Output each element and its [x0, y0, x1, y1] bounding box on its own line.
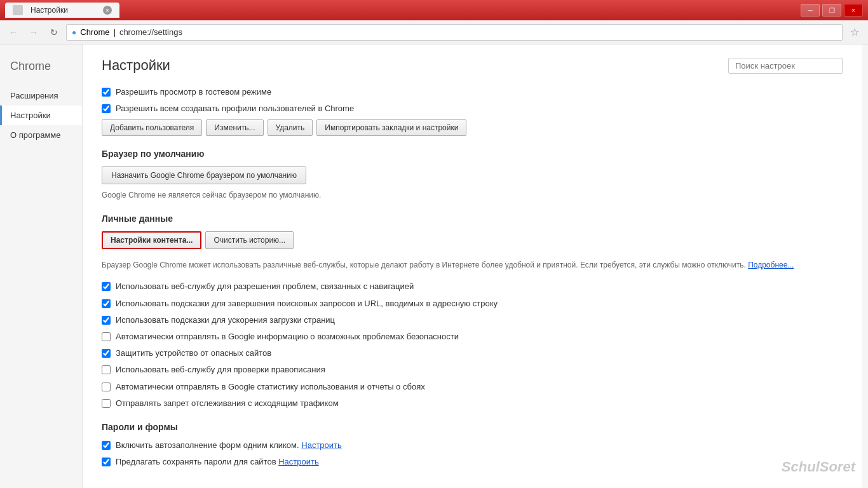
- personal-data-section: Личные данные Настройки контента... Очис…: [102, 214, 843, 409]
- page-preload-row: Использовать подсказки для ускорения заг…: [102, 315, 843, 326]
- set-default-button[interactable]: Назначить Google Chrome браузером по умо…: [102, 166, 306, 184]
- browser-content: Chrome Расширения Настройки О программе …: [0, 44, 868, 488]
- passwords-section: Пароли и формы Включить автозаполнение ф…: [102, 422, 843, 468]
- safe-browsing-checkbox[interactable]: [102, 349, 111, 358]
- personal-data-info: Браузер Google Chrome может использовать…: [102, 259, 843, 271]
- save-passwords-label: Предлагать сохранять пароли для сайтов Н…: [116, 456, 319, 468]
- personal-data-buttons: Настройки контента... Очистить историю..…: [102, 231, 843, 249]
- maximize-button[interactable]: ❐: [822, 4, 841, 17]
- active-tab[interactable]: Настройки ×: [5, 3, 119, 18]
- omnibox-url: chrome://settings: [119, 27, 182, 37]
- autofill-row: Включить автозаполнение форм одним клико…: [102, 440, 843, 451]
- security-report-checkbox[interactable]: [102, 332, 111, 341]
- minimize-button[interactable]: ─: [801, 4, 820, 17]
- save-passwords-checkbox[interactable]: [102, 458, 111, 466]
- users-section: Разрешить просмотр в гостевом режиме Раз…: [102, 86, 843, 136]
- spell-check-row: Использовать веб-службу для проверки пра…: [102, 364, 843, 376]
- import-bookmarks-button[interactable]: Импортировать закладки и настройки: [316, 119, 466, 136]
- omnibox-separator: |: [114, 27, 116, 37]
- bookmark-button[interactable]: ☆: [846, 24, 863, 41]
- secure-icon: ●: [72, 28, 76, 37]
- profiles-row: Разрешить всем создавать профили пользов…: [102, 103, 843, 114]
- sidebar-item-extensions[interactable]: Расширения: [0, 86, 82, 105]
- security-report-label: Автоматически отправлять в Google информ…: [116, 331, 459, 342]
- page-preload-checkbox[interactable]: [102, 316, 111, 325]
- usage-stats-checkbox[interactable]: [102, 383, 111, 391]
- personal-data-title: Личные данные: [102, 214, 843, 224]
- default-browser-info: Google Chrome не является сейчас браузер…: [102, 189, 843, 201]
- settings-search[interactable]: [728, 58, 843, 74]
- omnibox-brand: Chrome: [80, 27, 109, 37]
- delete-user-button[interactable]: Удалить: [268, 119, 313, 136]
- back-button[interactable]: ←: [5, 24, 22, 41]
- autofill-settings-link[interactable]: Настроить: [301, 440, 342, 450]
- autofill-label: Включить автозаполнение форм одним клико…: [116, 440, 342, 451]
- edit-user-button[interactable]: Изменить...: [206, 119, 263, 136]
- tab-title: Настройки: [31, 6, 68, 15]
- guest-mode-row: Разрешить просмотр в гостевом режиме: [102, 86, 843, 98]
- user-buttons: Добавить пользователя Изменить... Удалит…: [102, 119, 843, 136]
- spell-check-label: Использовать веб-службу для проверки пра…: [116, 364, 325, 376]
- default-browser-title: Браузер по умолчанию: [102, 149, 843, 159]
- profiles-label: Разрешить всем создавать профили пользов…: [116, 103, 354, 114]
- search-hints-checkbox[interactable]: [102, 299, 111, 308]
- omnibox[interactable]: ● Chrome | chrome://settings: [66, 24, 843, 41]
- page-header: Настройки: [102, 57, 843, 74]
- content-settings-button[interactable]: Настройки контента...: [102, 231, 201, 249]
- main-content: Настройки Разрешить просмотр в гостевом …: [83, 44, 862, 488]
- window-controls: ─ ❐ ×: [801, 4, 863, 17]
- do-not-track-checkbox[interactable]: [102, 399, 111, 408]
- addressbar: ← → ↻ ● Chrome | chrome://settings ☆: [0, 20, 868, 44]
- add-user-button[interactable]: Добавить пользователя: [102, 119, 202, 136]
- tab-favicon: [13, 5, 23, 15]
- clear-history-button[interactable]: Очистить историю...: [205, 231, 294, 249]
- reload-button[interactable]: ↻: [46, 24, 62, 41]
- nav-service-row: Использовать веб-службу для разрешения п…: [102, 281, 843, 292]
- autofill-checkbox[interactable]: [102, 441, 111, 450]
- search-hints-row: Использовать подсказки для завершения по…: [102, 298, 843, 309]
- usage-stats-row: Автоматически отправлять в Google статис…: [102, 381, 843, 393]
- spell-check-checkbox[interactable]: [102, 365, 111, 374]
- sidebar-item-settings[interactable]: Настройки: [0, 105, 82, 125]
- nav-service-checkbox[interactable]: [102, 282, 111, 291]
- page-preload-label: Использовать подсказки для ускорения заг…: [116, 315, 335, 326]
- close-button[interactable]: ×: [844, 4, 863, 17]
- security-report-row: Автоматически отправлять в Google информ…: [102, 331, 843, 342]
- nav-service-label: Использовать веб-службу для разрешения п…: [116, 281, 414, 292]
- learn-more-link[interactable]: Подробнее...: [748, 261, 794, 269]
- sidebar-item-about[interactable]: О программе: [0, 125, 82, 145]
- page-title: Настройки: [102, 57, 170, 74]
- default-browser-section: Браузер по умолчанию Назначить Google Ch…: [102, 149, 843, 201]
- profiles-checkbox[interactable]: [102, 104, 111, 113]
- titlebar: Настройки × ─ ❐ ×: [0, 0, 868, 20]
- passwords-settings-link[interactable]: Настроить: [278, 457, 319, 466]
- save-passwords-row: Предлагать сохранять пароли для сайтов Н…: [102, 456, 843, 468]
- do-not-track-label: Отправлять запрет отслеживания с исходящ…: [116, 398, 339, 409]
- safe-browsing-row: Защитить устройство от опасных сайтов: [102, 348, 843, 359]
- safe-browsing-label: Защитить устройство от опасных сайтов: [116, 348, 271, 359]
- sidebar-logo: Chrome: [0, 55, 82, 86]
- tab-close-button[interactable]: ×: [103, 6, 112, 15]
- scrollbar[interactable]: [862, 44, 868, 488]
- sidebar: Chrome Расширения Настройки О программе: [0, 44, 83, 488]
- guest-mode-checkbox[interactable]: [102, 88, 111, 97]
- forward-button[interactable]: →: [25, 24, 42, 41]
- search-hints-label: Использовать подсказки для завершения по…: [116, 298, 498, 309]
- guest-mode-label: Разрешить просмотр в гостевом режиме: [116, 86, 271, 98]
- passwords-title: Пароли и формы: [102, 422, 843, 432]
- do-not-track-row: Отправлять запрет отслеживания с исходящ…: [102, 398, 843, 409]
- usage-stats-label: Автоматически отправлять в Google статис…: [116, 381, 425, 393]
